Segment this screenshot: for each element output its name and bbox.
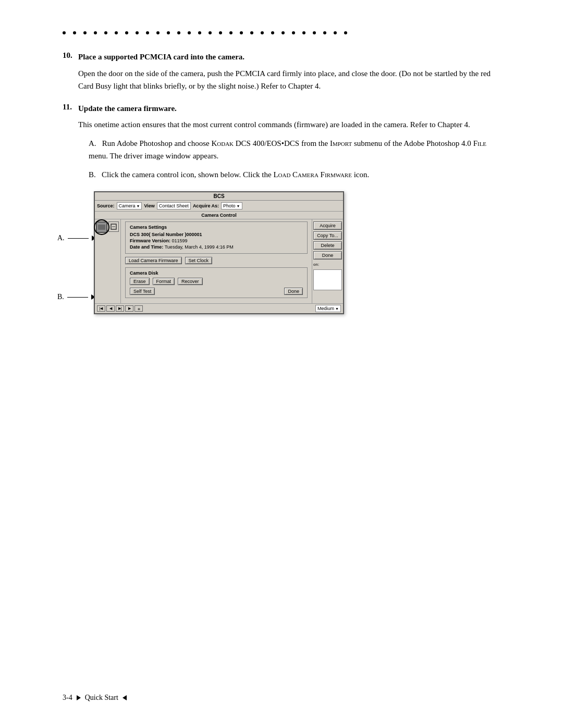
nav-controls: |◀ ◀ ▶| ▶ ⊕ [97,305,143,312]
date-time-row: Date and Time: Tuesday, March 4, 1999 4:… [130,244,303,250]
camera-disk-box: Camera Disk Erase Format Recover Self Te… [125,267,308,298]
acquire-as-dropdown[interactable]: Photo ▼ [221,202,242,209]
camera-icon-container[interactable] [96,221,107,233]
annotation-a-label: A. [57,234,65,242]
firmware-value: 011599 [172,238,188,243]
camera-settings-box: Camera Settings DCS 300( Serial Number )… [125,221,308,254]
nav-next-button[interactable]: ▶| [116,305,124,312]
sub-item-b-text: Click the camera control icon, shown bel… [102,170,369,179]
annotation-a-line [68,238,89,239]
date-value: Tuesday, March 4, 1999 4:16 PM [165,244,234,250]
step-10-body: Open the door on the side of the camera,… [78,67,500,92]
firmware-row: Firmware Version: 011599 [130,238,303,243]
camera-control-title: Camera Control [95,212,343,219]
highlight-circle [94,219,109,235]
load-firmware-button[interactable]: Load Camera Firmware [125,257,182,264]
done-button[interactable]: Done [313,251,342,260]
bcs-center-panel: Camera Settings DCS 300( Serial Number )… [121,219,312,303]
nav-first-button[interactable]: |◀ [97,305,105,312]
sub-item-a-label: A. [89,139,100,147]
step-11-body1: This onetime action ensures that the mos… [78,118,500,131]
firmware-label: Firmware Version: [130,238,170,243]
camera-settings-title: Camera Settings [130,225,303,230]
bottom-buttons-row: Self Test Done [130,288,303,295]
step-11-number: 11. [63,103,78,115]
acquire-as-label: Acquire As: [193,203,219,208]
icon-row [96,221,119,233]
annotation-a: A. [57,234,96,242]
decorative-dots-row [63,31,500,34]
camera-serial-label: DCS 300( Serial Number )000001 [130,232,202,237]
annotation-b: B. [57,293,95,301]
disk-done-button[interactable]: Done [284,288,303,295]
bcs-bottom-bar: |◀ ◀ ▶| ▶ ⊕ Medium ▼ [95,303,343,313]
step-10-heading: Place a supported PCMCIA card into the c… [78,53,244,61]
right-text-box [313,269,342,290]
sub-item-b: B. Click the camera control icon, shown … [89,168,500,181]
right-panel-label: on: [313,262,342,267]
delete-button[interactable]: Delete [313,241,342,250]
sub-item-a: A. Run Adobe Photoshop and choose Kodak … [89,137,500,162]
source-dropdown[interactable]: Camera ▼ [117,202,142,209]
source-value: Camera [119,203,136,208]
step-11-heading: Update the camera firmware. [78,104,177,113]
source-dropdown-arrow: ▼ [137,204,140,208]
view-label: View [144,203,154,208]
bcs-main-area: Camera Settings DCS 300( Serial Number )… [95,219,343,303]
camera-serial-row: DCS 300( Serial Number )000001 [130,232,303,237]
medium-dropdown[interactable]: Medium ▼ [315,305,341,312]
nav-last-button[interactable]: ▶ [125,305,133,312]
source-label: Source: [97,203,115,208]
view-dropdown[interactable]: Contact Sheet [157,202,191,209]
annotation-b-line [67,297,88,298]
small-icon-1[interactable] [108,221,119,232]
screenshot-area: A. B. BCS Source: Came [94,191,500,314]
medium-dropdown-arrow: ▼ [335,307,339,311]
acquire-as-value: Photo [223,203,236,208]
bcs-right-panel: Acquire Copy To... Delete Done on: [312,219,343,303]
footer-left-arrow [123,695,127,700]
medium-label: Medium [317,306,334,311]
erase-button[interactable]: Erase [130,278,150,285]
annotation-b-label: B. [57,293,64,301]
page-footer: 3-4 Quick Start [63,694,127,702]
footer-title: Quick Start [85,694,118,702]
step-11-block: 11. Update the camera firmware. This one… [63,103,500,315]
bcs-title-bar: BCS [95,192,343,201]
sub-item-b-label: B. [89,170,100,179]
self-test-button[interactable]: Self Test [130,288,155,295]
bcs-toolbar: Source: Camera ▼ View Contact Sheet Acqu… [95,201,343,212]
date-label: Date and Time: [130,244,163,250]
firmware-buttons: Load Camera Firmware Set Clock [125,257,308,264]
step-10-block: 10. Place a supported PCMCIA card into t… [63,51,500,92]
format-button[interactable]: Format [153,278,175,285]
copy-to-button[interactable]: Copy To... [313,231,342,240]
nav-prev-button[interactable]: ◀ [106,305,115,312]
disk-buttons-row: Erase Format Recover [130,278,303,285]
set-clock-button[interactable]: Set Clock [185,257,213,264]
footer-page: 3-4 [63,694,72,702]
bcs-title: BCS [213,193,224,199]
sub-item-a-text: Run Adobe Photoshop and choose Kodak DCS… [89,139,486,160]
step-10-number: 10. [63,51,78,63]
acquire-button[interactable]: Acquire [313,221,342,230]
camera-disk-title: Camera Disk [130,270,303,276]
view-value: Contact Sheet [159,203,189,208]
bcs-left-panel [95,219,121,303]
nav-extra-button[interactable]: ⊕ [134,305,143,312]
footer-right-arrow [77,695,81,700]
recover-button[interactable]: Recover [178,278,203,285]
bcs-window: BCS Source: Camera ▼ View Contact Sheet … [94,191,344,314]
acquire-as-arrow: ▼ [237,204,240,208]
